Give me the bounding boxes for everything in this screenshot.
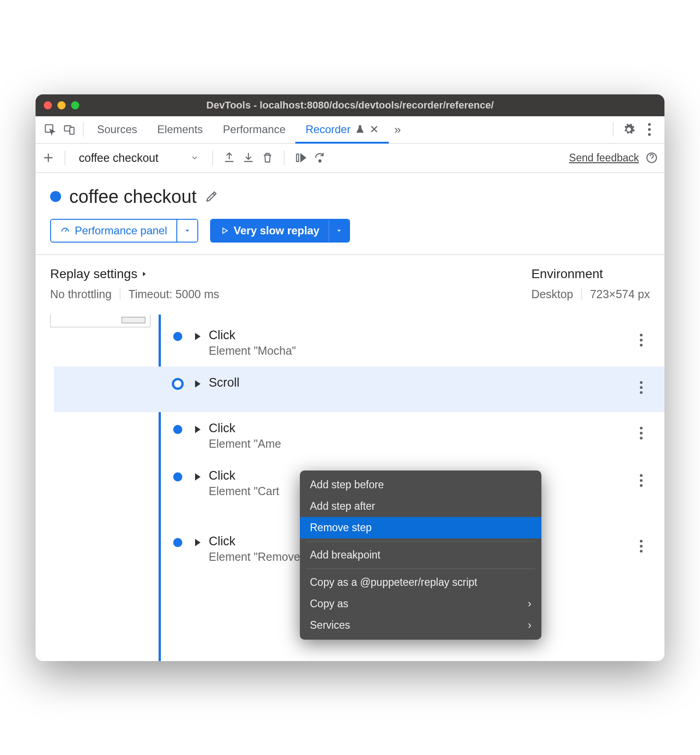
- close-tab-icon[interactable]: ✕: [370, 123, 379, 136]
- ctx-add-breakpoint[interactable]: Add breakpoint: [300, 544, 541, 566]
- minimize-window[interactable]: [57, 101, 66, 109]
- chevron-right-icon: ›: [528, 619, 531, 631]
- expand-step-icon[interactable]: [195, 473, 201, 481]
- inspect-icon[interactable]: [44, 123, 57, 136]
- step-icon[interactable]: [314, 151, 326, 164]
- ctx-remove-step[interactable]: Remove step: [300, 517, 541, 538]
- tab-sources[interactable]: Sources: [87, 116, 147, 143]
- dimensions-value: 723×574 px: [590, 288, 650, 301]
- play-icon: [220, 226, 229, 235]
- replay-button[interactable]: Very slow replay: [210, 219, 350, 243]
- expand-step-icon[interactable]: [195, 426, 201, 433]
- step-subtitle: Element "Mocha": [209, 344, 646, 357]
- recording-status-dot: [50, 191, 61, 202]
- delete-icon[interactable]: [261, 151, 274, 164]
- step-row[interactable]: Scroll: [54, 367, 664, 412]
- replay-dropdown[interactable]: [329, 220, 349, 242]
- ctx-add-step-before[interactable]: Add step before: [300, 474, 541, 496]
- svg-rect-2: [70, 127, 74, 134]
- performance-panel-dropdown[interactable]: [176, 220, 197, 242]
- maximize-window[interactable]: [71, 101, 79, 109]
- step-menu[interactable]: [636, 378, 646, 398]
- chevron-right-icon: [141, 271, 147, 277]
- window-title: DevTools - localhost:8080/docs/devtools/…: [206, 99, 494, 111]
- ctx-add-step-after[interactable]: Add step after: [300, 496, 541, 517]
- speedometer-icon: [60, 226, 70, 236]
- add-icon[interactable]: [42, 151, 55, 164]
- edit-icon[interactable]: [205, 190, 218, 203]
- step-over-icon[interactable]: [294, 151, 307, 164]
- recording-title: coffee checkout: [69, 186, 196, 207]
- svg-rect-3: [296, 154, 299, 161]
- send-feedback-link[interactable]: Send feedback: [569, 152, 639, 164]
- recorder-toolbar: coffee checkout Send feedback: [36, 144, 664, 173]
- step-menu[interactable]: [636, 536, 646, 556]
- device-value: Desktop: [531, 288, 573, 301]
- help-icon[interactable]: [645, 151, 658, 164]
- step-menu[interactable]: [636, 330, 646, 350]
- tab-recorder[interactable]: Recorder ✕: [295, 116, 389, 143]
- step-row[interactable]: Click Element "Ame: [54, 412, 664, 460]
- ctx-copy-puppeteer[interactable]: Copy as a @puppeteer/replay script: [300, 572, 541, 593]
- step-subtitle: Element "Ame: [209, 437, 646, 450]
- step-menu[interactable]: [636, 423, 646, 443]
- step-title: Click: [209, 421, 646, 435]
- device-toggle-icon[interactable]: [63, 123, 76, 136]
- ctx-services[interactable]: Services›: [300, 615, 541, 636]
- chevron-right-icon: ›: [528, 598, 531, 610]
- tab-performance[interactable]: Performance: [213, 116, 295, 143]
- tab-elements[interactable]: Elements: [147, 116, 213, 143]
- throttling-value: No throttling: [50, 288, 112, 301]
- traffic-lights: [44, 101, 79, 109]
- step-row[interactable]: Click Element "Mocha": [54, 319, 664, 367]
- flask-icon: [355, 124, 365, 134]
- performance-panel-button[interactable]: Performance panel: [50, 219, 198, 243]
- step-menu[interactable]: [636, 471, 646, 491]
- timeout-value: Timeout: 5000 ms: [129, 288, 219, 301]
- expand-step-icon[interactable]: [195, 333, 201, 340]
- titlebar: DevTools - localhost:8080/docs/devtools/…: [36, 94, 664, 116]
- context-menu: Add step before Add step after Remove st…: [300, 471, 541, 640]
- environment-header: Environment: [531, 267, 650, 281]
- chevron-down-icon: [190, 154, 199, 162]
- replay-settings: Replay settings No throttling Timeout: 5…: [36, 255, 664, 315]
- recording-header: coffee checkout Performance panel Very s…: [36, 173, 664, 254]
- expand-step-icon[interactable]: [195, 380, 201, 388]
- svg-point-4: [319, 160, 321, 162]
- step-title: Scroll: [209, 376, 646, 390]
- tabbar: Sources Elements Performance Recorder ✕ …: [36, 116, 664, 144]
- kebab-menu[interactable]: [644, 119, 654, 140]
- close-window[interactable]: [44, 101, 52, 109]
- replay-settings-header[interactable]: Replay settings: [50, 267, 531, 281]
- more-tabs[interactable]: »: [389, 123, 406, 137]
- recording-selector[interactable]: coffee checkout: [75, 151, 202, 165]
- import-icon[interactable]: [242, 151, 255, 164]
- ctx-copy-as[interactable]: Copy as›: [300, 593, 541, 615]
- expand-step-icon[interactable]: [195, 539, 201, 546]
- devtools-window: DevTools - localhost:8080/docs/devtools/…: [36, 94, 664, 661]
- export-icon[interactable]: [223, 151, 236, 164]
- step-title: Click: [209, 328, 646, 342]
- gear-icon[interactable]: [623, 123, 635, 136]
